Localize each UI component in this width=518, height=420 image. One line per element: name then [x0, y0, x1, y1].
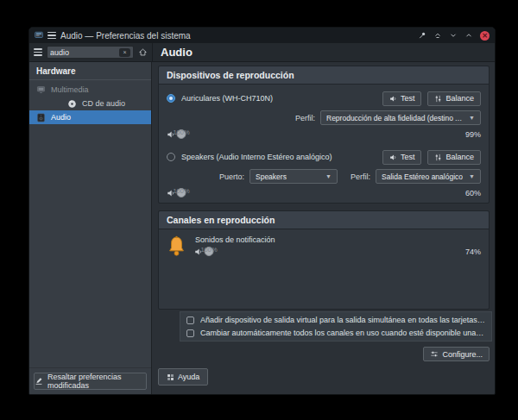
balance-sliders-icon [434, 95, 442, 103]
highlight-modified-button[interactable]: Resaltar preferencias modificadas [34, 373, 147, 390]
menu-button[interactable] [34, 48, 42, 56]
cd-icon [67, 99, 77, 109]
add-virtual-device-option[interactable]: Añadir dispositivo de salida virtual par… [186, 316, 485, 324]
configure-label: Configure... [442, 350, 483, 359]
clear-search-icon[interactable]: × [119, 48, 130, 57]
pin-icon[interactable] [418, 31, 426, 40]
toolbar: × Audio [29, 43, 495, 62]
sidebar-item-audio[interactable]: Audio [29, 110, 151, 124]
speaker-icon [389, 95, 397, 103]
maximize-button[interactable] [464, 31, 473, 40]
port-label: Puerto: [219, 172, 244, 181]
keep-above-icon[interactable] [433, 31, 442, 40]
sidebar-section-hardware: Hardware [29, 62, 151, 80]
balance-label: Balance [445, 94, 474, 103]
test-button[interactable]: Test [382, 150, 422, 165]
radio-speakers[interactable] [167, 153, 175, 161]
balance-button[interactable]: Balance [427, 91, 481, 106]
notification-bell-icon [167, 235, 187, 259]
window-controls: ✕ [418, 31, 490, 41]
help-button[interactable]: Ayuda [158, 368, 208, 386]
radio-auriculares[interactable] [167, 94, 175, 103]
window-title: Audio — Preferencias del sistema [60, 31, 191, 41]
playback-devices-title: Dispositivos de reproducción [159, 66, 489, 85]
sidebar-item-multimedia[interactable]: Multimedia [29, 83, 151, 97]
channel-label: Sonidos de notificación [195, 235, 481, 244]
playback-channels-section: Canales en reproducción Sonidos de notif… [158, 210, 490, 310]
help-label: Ayuda [178, 373, 199, 381]
port-value: Speakers [256, 172, 287, 181]
chevron-down-icon: ▼ [469, 173, 475, 179]
volume-tick: 100% [200, 246, 217, 254]
profile-label: Perfil: [295, 114, 315, 122]
playback-channels-title: Canales en reproducción [159, 211, 489, 229]
test-label: Test [401, 153, 415, 161]
add-virtual-device-label: Añadir dispositivo de salida virtual par… [200, 316, 485, 324]
profile-select[interactable]: Salida Estéreo analógico ▼ [376, 169, 481, 184]
volume-value: 74% [460, 248, 481, 256]
configure-button[interactable]: Configure... [423, 347, 490, 361]
sidebar-item-label: Multimedia [51, 85, 89, 94]
pen-icon [35, 377, 43, 386]
sidebar-item-label: CD de audio [82, 99, 125, 108]
auto-switch-checkbox[interactable] [186, 329, 194, 337]
search-input[interactable] [50, 48, 117, 57]
balance-button[interactable]: Balance [427, 150, 481, 165]
volume-value: 99% [460, 130, 481, 139]
volume-tick: 100% [173, 187, 189, 195]
test-button[interactable]: Test [382, 91, 422, 106]
home-button[interactable] [138, 47, 148, 57]
titlebar[interactable]: Audio — Preferencias del sistema ✕ [29, 28, 495, 43]
speaker-icon [389, 154, 397, 161]
multimedia-icon [36, 85, 46, 94]
configure-sliders-icon [430, 350, 439, 358]
test-label: Test [401, 94, 415, 103]
toolbar-left: × [29, 43, 152, 61]
system-settings-window: Audio — Preferencias del sistema ✕ × [28, 27, 496, 395]
sidebar-item-label: Audio [51, 113, 71, 122]
app-icon [35, 31, 43, 40]
auto-switch-label: Cambiar automáticamente todos los canale… [200, 329, 485, 337]
sidebar: Hardware Multimedia CD de audio [29, 62, 152, 394]
volume-value: 60% [460, 189, 481, 197]
window-menu-icon[interactable] [47, 32, 56, 40]
volume-tick: 100% [173, 129, 189, 136]
balance-label: Balance [445, 153, 474, 161]
highlight-modified-label: Resaltar preferencias modificadas [47, 373, 146, 390]
device-name: Auriculares (WH-CH710N) [181, 94, 273, 103]
auto-switch-option[interactable]: Cambiar automáticamente todos los canale… [186, 329, 485, 337]
device-name: Speakers (Audio Interno Estéreo analógic… [181, 153, 332, 161]
playback-devices-section: Dispositivos de reproducción Auriculares… [158, 66, 490, 204]
minimize-button[interactable] [449, 31, 458, 40]
chevron-down-icon: ▼ [325, 173, 332, 179]
port-select[interactable]: Speakers ▼ [250, 169, 338, 184]
main-content: Dispositivos de reproducción Auriculares… [152, 62, 495, 394]
sidebar-item-cd-audio[interactable]: CD de audio [29, 97, 151, 110]
output-options-panel: Añadir dispositivo de salida virtual par… [180, 311, 492, 342]
profile-label: Perfil: [351, 172, 370, 181]
balance-sliders-icon [434, 154, 442, 161]
search-box[interactable]: × [47, 46, 134, 59]
chevron-down-icon: ▼ [469, 115, 475, 121]
close-button[interactable]: ✕ [480, 31, 490, 41]
profile-select[interactable]: Reproducción de alta fidelidad (destino … [320, 110, 481, 125]
profile-value: Salida Estéreo analógico [382, 172, 463, 181]
add-virtual-device-checkbox[interactable] [186, 317, 194, 324]
help-grid-icon [167, 373, 174, 381]
profile-value: Reproducción de alta fidelidad (destino … [326, 114, 464, 122]
page-title: Audio [152, 43, 495, 61]
speaker-box-icon [36, 113, 46, 122]
